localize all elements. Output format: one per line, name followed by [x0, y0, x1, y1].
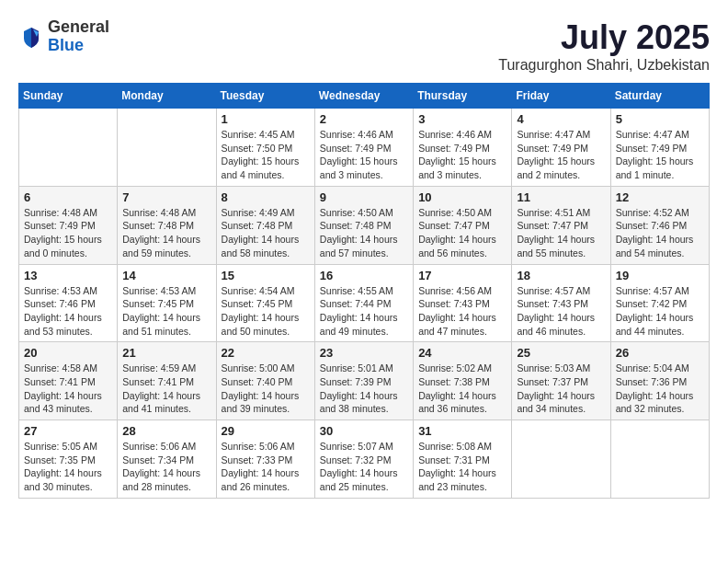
calendar-week-row: 6Sunrise: 4:48 AM Sunset: 7:49 PM Daylig… — [19, 186, 710, 264]
weekday-header-sunday: Sunday — [19, 84, 118, 109]
day-number: 22 — [222, 346, 310, 360]
weekday-header-thursday: Thursday — [414, 84, 512, 109]
weekday-header-friday: Friday — [512, 84, 610, 109]
weekday-header-monday: Monday — [118, 84, 216, 109]
day-info: Sunrise: 5:07 AM Sunset: 7:32 PM Dayligh… — [320, 440, 408, 494]
calendar-cell: 3Sunrise: 4:46 AM Sunset: 7:49 PM Daylig… — [414, 109, 512, 187]
day-info: Sunrise: 4:47 AM Sunset: 7:49 PM Dayligh… — [517, 128, 605, 182]
calendar-cell: 28Sunrise: 5:06 AM Sunset: 7:34 PM Dayli… — [118, 420, 216, 499]
calendar-week-row: 20Sunrise: 4:58 AM Sunset: 7:41 PM Dayli… — [19, 342, 710, 420]
calendar-cell: 8Sunrise: 4:49 AM Sunset: 7:48 PM Daylig… — [216, 186, 314, 264]
page-header: General Blue July 2025 Turagurghon Shahr… — [18, 18, 710, 74]
calendar-cell: 4Sunrise: 4:47 AM Sunset: 7:49 PM Daylig… — [512, 109, 610, 187]
calendar-cell: 26Sunrise: 5:04 AM Sunset: 7:36 PM Dayli… — [610, 342, 709, 420]
day-number: 23 — [320, 346, 408, 360]
calendar-cell: 19Sunrise: 4:57 AM Sunset: 7:42 PM Dayli… — [610, 264, 709, 342]
day-number: 1 — [222, 112, 310, 126]
calendar-week-row: 27Sunrise: 5:05 AM Sunset: 7:35 PM Dayli… — [19, 420, 710, 499]
day-number: 27 — [24, 424, 112, 438]
calendar-cell — [118, 109, 216, 187]
calendar-cell: 12Sunrise: 4:52 AM Sunset: 7:46 PM Dayli… — [610, 186, 709, 264]
location-title: Turagurghon Shahri, Uzbekistan — [498, 57, 710, 74]
day-info: Sunrise: 4:50 AM Sunset: 7:48 PM Dayligh… — [320, 206, 408, 260]
day-number: 24 — [418, 346, 506, 360]
day-info: Sunrise: 4:54 AM Sunset: 7:45 PM Dayligh… — [222, 284, 310, 339]
calendar-table: SundayMondayTuesdayWednesdayThursdayFrid… — [18, 83, 710, 499]
day-info: Sunrise: 5:05 AM Sunset: 7:35 PM Dayligh… — [24, 440, 112, 494]
day-info: Sunrise: 4:49 AM Sunset: 7:48 PM Dayligh… — [222, 206, 310, 260]
logo: General Blue — [18, 18, 109, 55]
day-info: Sunrise: 4:52 AM Sunset: 7:46 PM Dayligh… — [616, 206, 704, 260]
calendar-week-row: 1Sunrise: 4:45 AM Sunset: 7:50 PM Daylig… — [19, 109, 710, 187]
logo-blue-text: Blue — [48, 37, 109, 55]
day-number: 18 — [517, 269, 605, 282]
day-info: Sunrise: 4:51 AM Sunset: 7:47 PM Dayligh… — [517, 206, 605, 260]
calendar-cell: 10Sunrise: 4:50 AM Sunset: 7:47 PM Dayli… — [414, 186, 512, 264]
calendar-cell: 5Sunrise: 4:47 AM Sunset: 7:49 PM Daylig… — [610, 109, 709, 187]
day-number: 7 — [122, 190, 210, 204]
calendar-cell: 15Sunrise: 4:54 AM Sunset: 7:45 PM Dayli… — [216, 264, 314, 342]
calendar-cell: 20Sunrise: 4:58 AM Sunset: 7:41 PM Dayli… — [19, 342, 118, 420]
day-number: 11 — [517, 190, 605, 204]
day-number: 10 — [418, 190, 506, 204]
calendar-cell — [610, 420, 709, 499]
day-number: 5 — [616, 112, 704, 126]
day-info: Sunrise: 4:59 AM Sunset: 7:41 PM Dayligh… — [122, 362, 210, 416]
day-number: 19 — [616, 269, 704, 282]
weekday-header-row: SundayMondayTuesdayWednesdayThursdayFrid… — [19, 84, 710, 109]
day-number: 2 — [320, 112, 408, 126]
day-number: 21 — [122, 346, 210, 360]
day-info: Sunrise: 4:55 AM Sunset: 7:44 PM Dayligh… — [320, 284, 408, 339]
calendar-cell: 16Sunrise: 4:55 AM Sunset: 7:44 PM Dayli… — [314, 264, 413, 342]
day-info: Sunrise: 5:04 AM Sunset: 7:36 PM Dayligh… — [616, 362, 704, 416]
day-info: Sunrise: 4:53 AM Sunset: 7:45 PM Dayligh… — [122, 284, 210, 339]
day-info: Sunrise: 4:57 AM Sunset: 7:42 PM Dayligh… — [616, 284, 704, 339]
day-info: Sunrise: 5:06 AM Sunset: 7:34 PM Dayligh… — [122, 440, 210, 494]
calendar-cell: 7Sunrise: 4:48 AM Sunset: 7:48 PM Daylig… — [118, 186, 216, 264]
day-number: 4 — [517, 112, 605, 126]
day-info: Sunrise: 4:48 AM Sunset: 7:48 PM Dayligh… — [122, 206, 210, 260]
weekday-header-tuesday: Tuesday — [216, 84, 314, 109]
day-number: 14 — [122, 269, 210, 282]
calendar-cell: 17Sunrise: 4:56 AM Sunset: 7:43 PM Dayli… — [414, 264, 512, 342]
weekday-header-saturday: Saturday — [610, 84, 709, 109]
day-info: Sunrise: 4:58 AM Sunset: 7:41 PM Dayligh… — [24, 362, 112, 416]
logo-icon — [18, 24, 44, 50]
day-number: 13 — [24, 269, 112, 282]
weekday-header-wednesday: Wednesday — [314, 84, 413, 109]
day-info: Sunrise: 4:47 AM Sunset: 7:49 PM Dayligh… — [616, 128, 704, 182]
calendar-cell — [19, 109, 118, 187]
calendar-cell: 27Sunrise: 5:05 AM Sunset: 7:35 PM Dayli… — [19, 420, 118, 499]
day-info: Sunrise: 5:02 AM Sunset: 7:38 PM Dayligh… — [418, 362, 506, 416]
title-block: July 2025 Turagurghon Shahri, Uzbekistan — [498, 18, 710, 74]
day-info: Sunrise: 5:08 AM Sunset: 7:31 PM Dayligh… — [418, 440, 506, 494]
month-title: July 2025 — [498, 18, 710, 57]
day-number: 3 — [418, 112, 506, 126]
day-info: Sunrise: 5:06 AM Sunset: 7:33 PM Dayligh… — [222, 440, 310, 494]
calendar-cell: 14Sunrise: 4:53 AM Sunset: 7:45 PM Dayli… — [118, 264, 216, 342]
day-info: Sunrise: 4:46 AM Sunset: 7:49 PM Dayligh… — [418, 128, 506, 182]
calendar-cell: 6Sunrise: 4:48 AM Sunset: 7:49 PM Daylig… — [19, 186, 118, 264]
calendar-cell: 21Sunrise: 4:59 AM Sunset: 7:41 PM Dayli… — [118, 342, 216, 420]
day-number: 30 — [320, 424, 408, 438]
day-number: 28 — [122, 424, 210, 438]
day-number: 17 — [418, 269, 506, 282]
calendar-cell: 31Sunrise: 5:08 AM Sunset: 7:31 PM Dayli… — [414, 420, 512, 499]
day-info: Sunrise: 4:57 AM Sunset: 7:43 PM Dayligh… — [517, 284, 605, 339]
day-info: Sunrise: 5:00 AM Sunset: 7:40 PM Dayligh… — [222, 362, 310, 416]
calendar-week-row: 13Sunrise: 4:53 AM Sunset: 7:46 PM Dayli… — [19, 264, 710, 342]
logo-text: General Blue — [48, 18, 109, 55]
calendar-cell: 23Sunrise: 5:01 AM Sunset: 7:39 PM Dayli… — [314, 342, 413, 420]
day-info: Sunrise: 5:03 AM Sunset: 7:37 PM Dayligh… — [517, 362, 605, 416]
calendar-cell: 13Sunrise: 4:53 AM Sunset: 7:46 PM Dayli… — [19, 264, 118, 342]
day-info: Sunrise: 5:01 AM Sunset: 7:39 PM Dayligh… — [320, 362, 408, 416]
calendar-cell: 29Sunrise: 5:06 AM Sunset: 7:33 PM Dayli… — [216, 420, 314, 499]
calendar-cell: 2Sunrise: 4:46 AM Sunset: 7:49 PM Daylig… — [314, 109, 413, 187]
day-info: Sunrise: 4:46 AM Sunset: 7:49 PM Dayligh… — [320, 128, 408, 182]
day-number: 8 — [222, 190, 310, 204]
day-info: Sunrise: 4:48 AM Sunset: 7:49 PM Dayligh… — [24, 206, 112, 260]
day-number: 20 — [24, 346, 112, 360]
day-number: 15 — [222, 269, 310, 282]
day-number: 25 — [517, 346, 605, 360]
day-info: Sunrise: 4:50 AM Sunset: 7:47 PM Dayligh… — [418, 206, 506, 260]
